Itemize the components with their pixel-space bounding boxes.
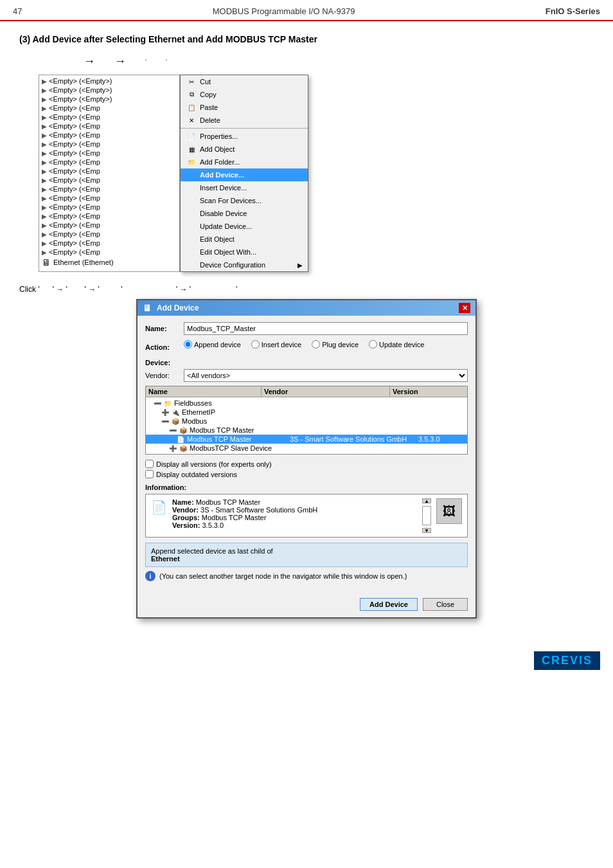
ctx-properties[interactable]: 📄 Properties... bbox=[181, 130, 308, 143]
action-options: Append device Insert device Plug device bbox=[184, 340, 424, 348]
add-device-icon bbox=[186, 170, 197, 179]
action-label: Action: bbox=[145, 343, 184, 351]
dt-row-fieldbusses[interactable]: ➖ 📁 Fieldbusses bbox=[146, 399, 467, 408]
checkbox-all-versions-input[interactable] bbox=[145, 460, 154, 468]
tcp-master-item-icon: 📄 bbox=[177, 436, 184, 443]
info-groups-row: Groups: Modbus TCP Master bbox=[172, 514, 417, 521]
close-button[interactable]: Close bbox=[423, 598, 468, 611]
tree-item-17[interactable]: ▶ <Empty> (<Emp bbox=[39, 230, 179, 239]
tree-label-2: <Empty> (<Empty>) bbox=[49, 95, 112, 103]
ctx-copy[interactable]: ⧉ Copy bbox=[181, 88, 308, 101]
tree-item-6[interactable]: ▶ <Empty> (<Emp bbox=[39, 131, 179, 140]
append-text1: Append selected device as last child of bbox=[151, 547, 273, 555]
arrow-2: → bbox=[114, 55, 126, 68]
ctx-properties-label: Properties... bbox=[200, 132, 238, 140]
tree-item-12[interactable]: ▶ <Empty> (<Emp bbox=[39, 185, 179, 194]
tree-item-4[interactable]: ▶ <Empty> (<Emp bbox=[39, 113, 179, 122]
name-input[interactable] bbox=[184, 322, 468, 335]
tree-label-4: <Empty> (<Emp bbox=[49, 113, 100, 121]
tree-item-13[interactable]: ▶ <Empty> (<Emp bbox=[39, 194, 179, 203]
ctx-edit-object-label: Edit Object bbox=[200, 235, 235, 243]
vendor-label: Vendor: bbox=[145, 372, 184, 379]
tree-item-14[interactable]: ▶ <Empty> (<Emp bbox=[39, 203, 179, 212]
tree-item-9[interactable]: ▶ <Empty> (<Emp bbox=[39, 158, 179, 167]
dialog-body: Name: Action: Append device Insert devic… bbox=[138, 316, 475, 594]
checkbox-all-versions-label: Display all versions (for experts only) bbox=[156, 460, 272, 468]
tree-item-16[interactable]: ▶ <Empty> (<Emp bbox=[39, 221, 179, 230]
ctx-edit-object[interactable]: Edit Object bbox=[181, 233, 308, 246]
tree-item-11[interactable]: ▶ <Empty> (<Emp bbox=[39, 176, 179, 185]
tree-icon-16: ▶ bbox=[42, 222, 47, 229]
vendor-select[interactable]: <All vendors> bbox=[184, 369, 468, 382]
dt-row-modbus-tcp-master-item[interactable]: 📄 Modbus TCP Master 3S - Smart Software … bbox=[146, 435, 467, 444]
ctx-delete[interactable]: ✕ Delete bbox=[181, 114, 308, 127]
dt-row-ethernetip[interactable]: ➕ 🔌 EthernetIP bbox=[146, 408, 467, 417]
action-update[interactable]: Update device bbox=[369, 340, 424, 348]
tree-item-ethernet[interactable]: 🖥 Ethernet (Ethernet) bbox=[39, 257, 179, 268]
ctx-paste[interactable]: 📋 Paste bbox=[181, 101, 308, 114]
tree-item-19[interactable]: ▶ <Empty> (<Emp bbox=[39, 248, 179, 257]
footer-area: CREVIS bbox=[0, 631, 613, 683]
add-device-button[interactable]: Add Device bbox=[360, 598, 418, 611]
dt-row-modbus-tcp-master-folder[interactable]: ➖ 📦 Modbus TCP Master bbox=[146, 426, 467, 435]
tree-item-3[interactable]: ▶ <Empty> (<Emp bbox=[39, 104, 179, 113]
ctx-disable-device[interactable]: Disable Device bbox=[181, 207, 308, 220]
ctx-edit-object-with[interactable]: Edit Object With... bbox=[181, 246, 308, 258]
arrow-hint2: ' bbox=[166, 58, 167, 66]
ctx-cut[interactable]: ✂ Cut bbox=[181, 75, 308, 88]
action-append[interactable]: Append device bbox=[184, 340, 241, 348]
tree-label-7: <Empty> (<Emp bbox=[49, 140, 100, 148]
slave-expand-icon: ➕ bbox=[169, 445, 177, 452]
ctx-disable-device-label: Disable Device bbox=[200, 210, 247, 217]
scrollbar-up[interactable]: ▲ bbox=[422, 498, 431, 503]
scrollbar-down[interactable]: ▼ bbox=[422, 528, 431, 533]
checkbox-all-versions[interactable]: Display all versions (for experts only) bbox=[145, 460, 468, 468]
info-box: 📄 Name: Modbus TCP Master Vendor: 3S - S… bbox=[145, 494, 468, 538]
tree-item-0[interactable]: ▶ <Empty> (<Empty>) bbox=[39, 77, 179, 86]
info-side: ▲ ▼ bbox=[422, 498, 431, 533]
dt-row-modbus[interactable]: ➖ 📦 Modbus bbox=[146, 417, 467, 426]
scrollbar-thumb bbox=[422, 506, 431, 525]
info-device-icon: 📄 bbox=[151, 500, 167, 515]
ctx-add-object-label: Add Object bbox=[200, 145, 235, 153]
tree-item-10[interactable]: ▶ <Empty> (<Emp bbox=[39, 167, 179, 176]
ctx-update-device[interactable]: Update Device... bbox=[181, 220, 308, 233]
crevis-logo: CREVIS bbox=[534, 651, 600, 670]
ctx-add-folder[interactable]: 📁 Add Folder... bbox=[181, 156, 308, 168]
click-instruction: Click ' ' → ' ' → ' ' ' → ' ' bbox=[19, 285, 594, 294]
ctx-device-config[interactable]: Device Configuration ▶ bbox=[181, 258, 308, 271]
delete-icon: ✕ bbox=[186, 116, 197, 125]
tree-icon-13: ▶ bbox=[42, 195, 47, 202]
ctx-scan-devices[interactable]: Scan For Devices... bbox=[181, 194, 308, 207]
tree-item-1[interactable]: ▶ <Empty> (<Empty>) bbox=[39, 86, 179, 95]
action-plug[interactable]: Plug device bbox=[312, 340, 359, 348]
dt-row-modbus-slave[interactable]: ➕ 📦 ModbusTCP Slave Device bbox=[146, 444, 467, 453]
action-insert[interactable]: Insert device bbox=[251, 340, 301, 348]
dialog-close-button[interactable]: ✕ bbox=[459, 303, 470, 313]
device-table-header: Name Vendor Version bbox=[146, 386, 467, 397]
ctx-add-object[interactable]: ▦ Add Object bbox=[181, 143, 308, 156]
info-section-label: Information: bbox=[145, 484, 468, 491]
tree-item-7[interactable]: ▶ <Empty> (<Emp bbox=[39, 140, 179, 149]
tree-label-16: <Empty> (<Emp bbox=[49, 221, 100, 229]
ctx-add-device[interactable]: Add Device... bbox=[181, 168, 308, 181]
modbus-tcp-master-version: 3.5.3.0 bbox=[418, 435, 440, 443]
ctx-insert-device[interactable]: Insert Device... bbox=[181, 181, 308, 194]
tree-label-0: <Empty> (<Empty>) bbox=[49, 77, 112, 85]
tree-item-8[interactable]: ▶ <Empty> (<Emp bbox=[39, 149, 179, 158]
checkbox-outdated-versions[interactable]: Display outdated versions bbox=[145, 470, 468, 478]
tree-item-2[interactable]: ▶ <Empty> (<Empty>) bbox=[39, 95, 179, 104]
modbus-slave-label: ModbusTCP Slave Device bbox=[190, 444, 292, 452]
tree-label-6: <Empty> (<Emp bbox=[49, 131, 100, 139]
tree-item-5[interactable]: ▶ <Empty> (<Emp bbox=[39, 122, 179, 131]
checkbox-outdated-versions-input[interactable] bbox=[145, 470, 154, 478]
tree-item-18[interactable]: ▶ <Empty> (<Emp bbox=[39, 239, 179, 248]
tree-icon-3: ▶ bbox=[42, 105, 47, 112]
info-circle-icon: i bbox=[145, 571, 155, 581]
tree-item-15[interactable]: ▶ <Empty> (<Emp bbox=[39, 212, 179, 221]
info-vendor-row: Vendor: 3S - Smart Software Solutions Gm… bbox=[172, 506, 417, 514]
tree-label-13: <Empty> (<Emp bbox=[49, 194, 100, 202]
action-insert-label: Insert device bbox=[262, 341, 301, 348]
tree-icon-6: ▶ bbox=[42, 132, 47, 139]
tcp-master-folder-expand-icon: ➖ bbox=[169, 427, 177, 434]
